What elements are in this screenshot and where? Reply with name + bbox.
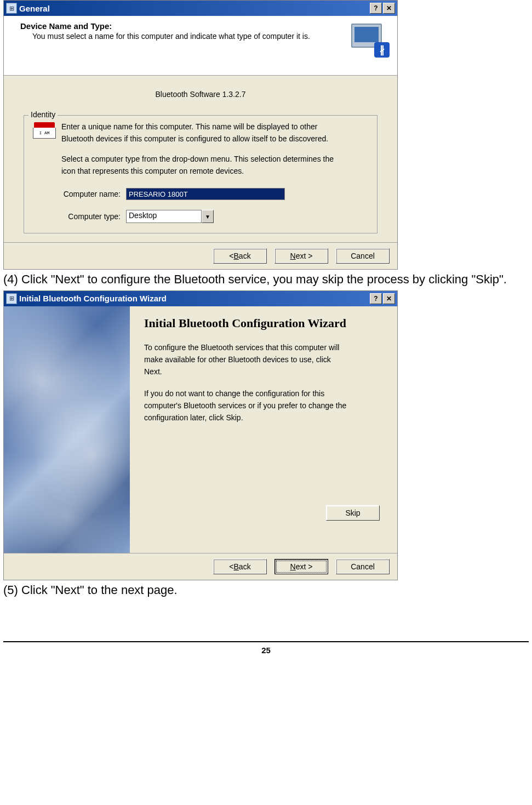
step-4-caption: (4) Click "Next" to configure the Blueto… [3,272,529,287]
computer-type-select[interactable]: Desktop ▼ [126,210,214,223]
cancel-button[interactable]: Cancel [336,559,390,574]
identity-text: Enter a unique name for this computer. T… [61,122,334,178]
button-row: < Back Next > Cancel [4,242,397,269]
wizard-dialog: ⊞ Initial Bluetooth Configuration Wizard… [3,290,398,580]
computer-bluetooth-icon: ∦ [351,24,390,58]
back-button[interactable]: < Back [213,559,267,574]
chevron-down-icon[interactable]: ▼ [202,210,214,223]
skip-button[interactable]: Skip [326,505,380,521]
button-row: < Back Next > Cancel [4,553,397,580]
wizard-sidebar-image [4,306,130,553]
header-section: Device Name and Type: You must select a … [4,16,397,76]
close-button[interactable]: ✕ [383,3,395,14]
back-button[interactable]: < Back [213,248,267,264]
header-title: Device Name and Type: [20,21,390,31]
version-text: Bluetooth Software 1.3.2.7 [24,90,377,99]
help-button[interactable]: ? [370,293,382,304]
group-label: Identity [28,110,58,119]
page-number: 25 [3,646,529,660]
wizard-main: Initial Bluetooth Configuration Wizard T… [130,306,397,553]
computer-type-label: Computer type: [33,212,126,221]
next-button[interactable]: Next > [274,559,328,574]
app-icon: ⊞ [6,3,17,14]
titlebar[interactable]: ⊞ General ? ✕ [4,1,397,16]
titlebar[interactable]: ⊞ Initial Bluetooth Configuration Wizard… [4,291,397,306]
window-title: General [19,4,369,13]
close-button[interactable]: ✕ [383,293,395,304]
cancel-button[interactable]: Cancel [336,248,390,264]
nametag-icon: I AM [33,122,56,139]
general-dialog: ⊞ General ? ✕ Device Name and Type: You … [3,0,398,270]
next-button[interactable]: Next > [274,248,328,264]
help-button[interactable]: ? [370,3,382,14]
dialog-body: Bluetooth Software 1.3.2.7 Identity I AM… [4,76,397,242]
app-icon: ⊞ [6,293,17,304]
window-title: Initial Bluetooth Configuration Wizard [19,294,369,303]
computer-name-input[interactable] [126,188,285,200]
step-5-caption: (5) Click "Next" to the next page. [3,583,529,598]
header-subtitle: You must select a name for this computer… [32,32,390,41]
footer-rule [3,641,529,642]
computer-name-label: Computer name: [33,190,126,198]
wizard-heading: Initial Bluetooth Configuration Wizard [144,316,383,330]
identity-group: Identity I AM Enter a unique name for th… [24,115,377,233]
